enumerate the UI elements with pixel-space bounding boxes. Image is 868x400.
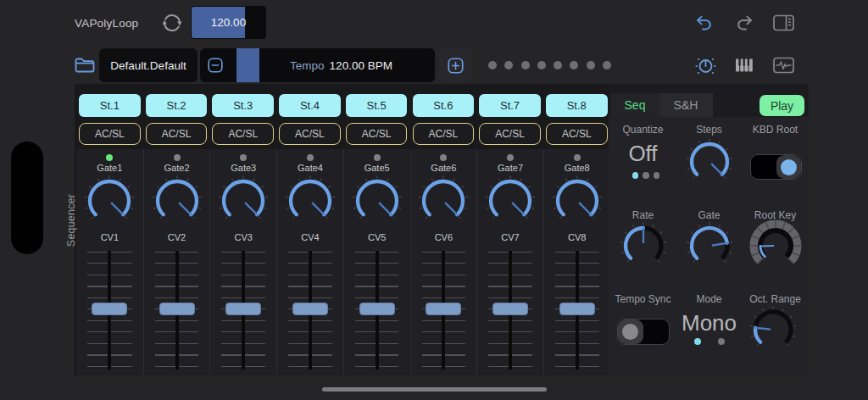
cv-slider-handle[interactable]: [225, 303, 261, 315]
cv-slider-handle[interactable]: [426, 303, 461, 315]
cv-slider[interactable]: [210, 249, 276, 374]
accent-slide-button[interactable]: AC/SL: [212, 123, 274, 145]
kbd-root-toggle[interactable]: [750, 154, 802, 180]
play-button[interactable]: Play: [760, 95, 804, 116]
step-button[interactable]: St.3: [212, 94, 274, 117]
cv-slider-handle[interactable]: [159, 303, 195, 315]
cv-slider-handle[interactable]: [559, 303, 595, 315]
steps-knob[interactable]: [686, 138, 733, 189]
accent-slide-button[interactable]: AC/SL: [479, 123, 541, 145]
gate-knob-label: Gate1: [76, 163, 143, 173]
tab-seq[interactable]: Seq: [611, 93, 659, 117]
selection-dot: [654, 172, 660, 179]
redo-icon[interactable]: [734, 13, 754, 33]
mode-value[interactable]: Mono: [663, 310, 756, 336]
gate-knob[interactable]: [152, 175, 203, 230]
step-button[interactable]: St.8: [546, 94, 608, 117]
preset-button[interactable]: Default.Default: [99, 48, 198, 82]
selection-dot: [643, 172, 649, 179]
column-module: Gate1CV1: [76, 149, 143, 375]
cv-slider[interactable]: [76, 249, 143, 374]
sequencer-column: St.4AC/SLGate4CV4: [276, 84, 343, 375]
step-button[interactable]: St.7: [479, 94, 541, 117]
quantize-value[interactable]: Off: [597, 141, 690, 167]
accent-slide-button[interactable]: AC/SL: [413, 123, 475, 145]
quantize-dots[interactable]: [632, 172, 660, 179]
cv-slider-handle[interactable]: [492, 303, 528, 315]
step-inactive-dot: [307, 154, 314, 161]
tempo-sync-toggle[interactable]: [617, 319, 670, 345]
gate-knob-label: Gate3: [210, 163, 276, 173]
tempo-value: 120.00 BPM: [330, 59, 392, 72]
page-dot[interactable]: [587, 61, 595, 69]
waveform-icon[interactable]: [772, 56, 795, 75]
cv-slider-label: CV2: [144, 232, 210, 242]
oct-range-knob[interactable]: [749, 306, 797, 357]
gate-knob-label: Gate7: [477, 163, 543, 173]
accent-slide-button[interactable]: AC/SL: [346, 123, 408, 145]
step-button[interactable]: St.6: [413, 94, 475, 117]
tempo-box[interactable]: Tempo 120.00 BPM: [200, 48, 435, 82]
gate-knob[interactable]: [686, 222, 733, 273]
step-inactive-dot: [240, 154, 247, 161]
tab-sh[interactable]: S&H: [659, 93, 713, 117]
tempo-increment-button[interactable]: [438, 48, 472, 82]
cv-slider-handle[interactable]: [292, 303, 328, 315]
cv-slider-label: CV5: [344, 232, 410, 242]
page-dot[interactable]: [570, 61, 578, 69]
folder-icon[interactable]: [74, 56, 96, 75]
cv-slider[interactable]: [411, 249, 477, 374]
sequencer-side-label: Sequencer: [65, 182, 77, 258]
value-display-text: 120.00: [191, 6, 266, 39]
gate-knob[interactable]: [218, 175, 269, 230]
app-screen: VAPolyLoop 120.00: [0, 0, 868, 400]
page-dot[interactable]: [537, 61, 546, 69]
page-dot[interactable]: [488, 61, 497, 69]
undo-icon[interactable]: [694, 13, 715, 33]
step-inactive-dot: [374, 154, 381, 161]
home-indicator[interactable]: [322, 387, 547, 392]
accent-slide-button[interactable]: AC/SL: [146, 123, 208, 145]
tempo-label: Tempo: [290, 59, 325, 72]
step-button[interactable]: St.4: [279, 94, 341, 117]
step-button[interactable]: St.1: [79, 94, 141, 117]
gate-knob[interactable]: [552, 175, 603, 230]
page-dot[interactable]: [554, 61, 562, 69]
step-button[interactable]: St.5: [346, 94, 408, 117]
page-dot[interactable]: [504, 61, 513, 69]
cv-slider-handle[interactable]: [92, 303, 127, 315]
column-module: Gate8CV8: [543, 149, 610, 375]
page-dots[interactable]: [488, 61, 611, 69]
page-dot[interactable]: [603, 61, 611, 69]
gate-knob[interactable]: [485, 175, 536, 230]
root-key-knob[interactable]: [748, 219, 803, 276]
cv-slider[interactable]: [277, 249, 343, 374]
cv-slider-handle[interactable]: [359, 303, 395, 315]
sequencer-column: St.5AC/SLGate5CV5: [343, 84, 410, 375]
accent-slide-button[interactable]: AC/SL: [279, 123, 341, 145]
gate-knob[interactable]: [352, 175, 403, 230]
sync-icon[interactable]: [159, 10, 185, 36]
gate-knob[interactable]: [84, 175, 135, 230]
gate-knob[interactable]: [418, 175, 469, 230]
selection-dot: [694, 338, 701, 345]
step-inactive-dot: [574, 154, 581, 161]
gate-knob-label: Gate6: [411, 163, 477, 173]
mode-dots[interactable]: [694, 338, 725, 345]
gate-knob[interactable]: [285, 175, 336, 230]
cv-slider[interactable]: [544, 249, 610, 374]
side-drag-handle[interactable]: [11, 142, 43, 254]
cv-slider[interactable]: [344, 249, 410, 374]
sidebar-right-icon[interactable]: [772, 14, 795, 32]
cv-slider[interactable]: [477, 249, 543, 374]
cv-slider[interactable]: [144, 249, 210, 374]
dial-icon[interactable]: [694, 54, 717, 77]
value-display-box[interactable]: 120.00: [191, 6, 266, 39]
piano-keys-icon[interactable]: [733, 56, 755, 75]
accent-slide-button[interactable]: AC/SL: [79, 123, 141, 145]
column-module: Gate4CV4: [276, 149, 343, 375]
cv-slider-label: CV8: [544, 232, 610, 242]
page-dot[interactable]: [521, 61, 530, 69]
step-button[interactable]: St.2: [146, 94, 208, 117]
rate-knob[interactable]: [620, 222, 667, 273]
